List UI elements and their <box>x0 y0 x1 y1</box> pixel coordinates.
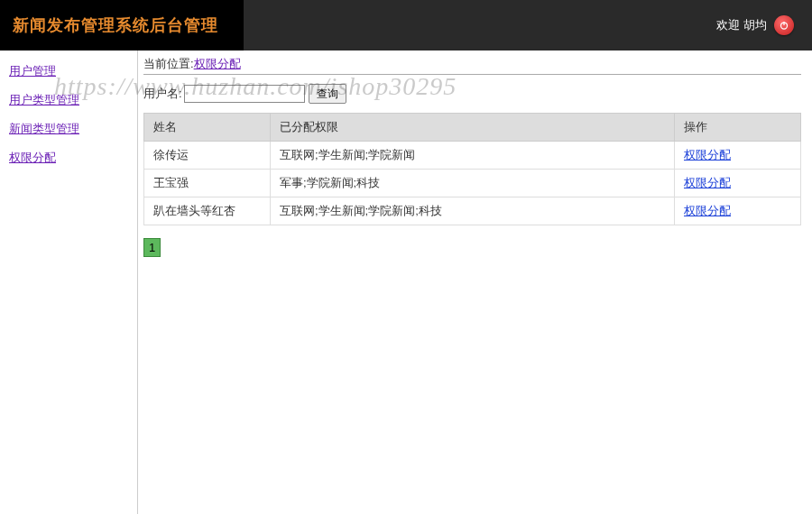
divider <box>143 74 801 75</box>
username-input[interactable] <box>184 85 305 103</box>
cell-name: 趴在墙头等红杏 <box>144 197 271 225</box>
col-header-perms: 已分配权限 <box>271 114 675 142</box>
assign-permission-link[interactable]: 权限分配 <box>684 176 731 189</box>
table-row: 趴在墙头等红杏 互联网;学生新闻;学院新闻;科技 权限分配 <box>144 197 801 225</box>
assign-permission-link[interactable]: 权限分配 <box>684 204 731 217</box>
table-row: 徐传运 互联网;学生新闻;学院新闻 权限分配 <box>144 142 801 170</box>
header-right: 欢迎 胡均 <box>716 15 794 35</box>
cell-perms: 互联网;学生新闻;学院新闻;科技 <box>271 197 675 225</box>
main-content: 当前位置:权限分配 用户名:查询 姓名 已分配权限 操作 徐传运 互联网;学生新… <box>138 50 812 514</box>
breadcrumb-prefix: 当前位置: <box>143 57 194 70</box>
welcome-text: 欢迎 胡均 <box>716 17 767 33</box>
cell-name: 王宝强 <box>144 170 271 197</box>
search-label: 用户名: <box>143 87 182 100</box>
cell-perms: 互联网;学生新闻;学院新闻 <box>271 142 675 170</box>
permissions-table: 姓名 已分配权限 操作 徐传运 互联网;学生新闻;学院新闻 权限分配 王宝强 军… <box>143 113 801 225</box>
search-button[interactable]: 查询 <box>309 84 346 104</box>
sidebar-item-user-mgmt[interactable]: 用户管理 <box>9 63 137 79</box>
table-row: 王宝强 军事;学院新闻;科技 权限分配 <box>144 170 801 197</box>
breadcrumb: 当前位置:权限分配 <box>143 56 801 72</box>
breadcrumb-current[interactable]: 权限分配 <box>194 57 241 70</box>
header-title-wrap: 新闻发布管理系统后台管理 <box>0 0 244 50</box>
search-toolbar: 用户名:查询 <box>143 84 801 104</box>
power-icon <box>779 20 789 31</box>
logout-button[interactable] <box>774 15 794 35</box>
page-current[interactable]: 1 <box>143 238 161 257</box>
sidebar-item-permission-assign[interactable]: 权限分配 <box>9 150 137 166</box>
pagination: 1 <box>143 238 801 257</box>
col-header-action: 操作 <box>675 114 801 142</box>
header: 新闻发布管理系统后台管理 欢迎 胡均 <box>0 0 812 50</box>
cell-perms: 军事;学院新闻;科技 <box>271 170 675 197</box>
assign-permission-link[interactable]: 权限分配 <box>684 148 731 161</box>
col-header-name: 姓名 <box>144 114 271 142</box>
sidebar-item-news-type-mgmt[interactable]: 新闻类型管理 <box>9 121 137 137</box>
app-title: 新闻发布管理系统后台管理 <box>13 14 218 36</box>
sidebar-item-user-type-mgmt[interactable]: 用户类型管理 <box>9 92 137 108</box>
cell-name: 徐传运 <box>144 142 271 170</box>
sidebar: 用户管理 用户类型管理 新闻类型管理 权限分配 <box>0 50 138 514</box>
